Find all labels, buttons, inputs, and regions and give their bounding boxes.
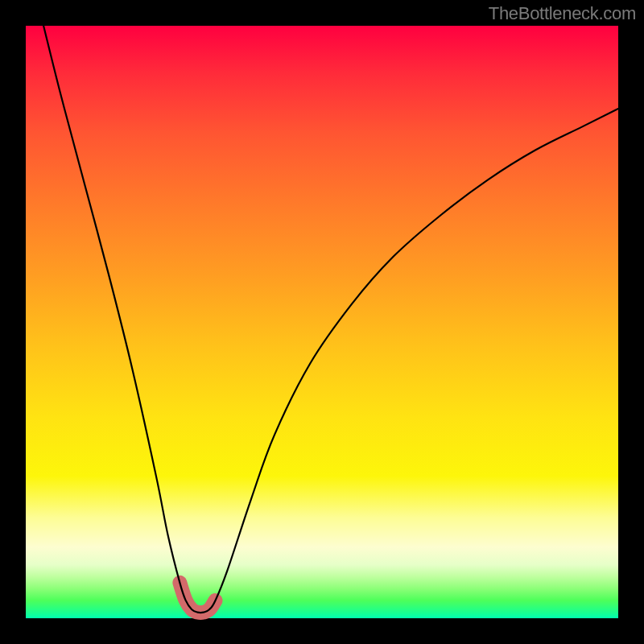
chart-svg: [26, 26, 618, 618]
chart-plot-area: [26, 26, 618, 618]
chart-frame: TheBottleneck.com: [0, 0, 644, 644]
watermark-text: TheBottleneck.com: [489, 3, 636, 24]
bottleneck-curve-line: [43, 26, 618, 613]
